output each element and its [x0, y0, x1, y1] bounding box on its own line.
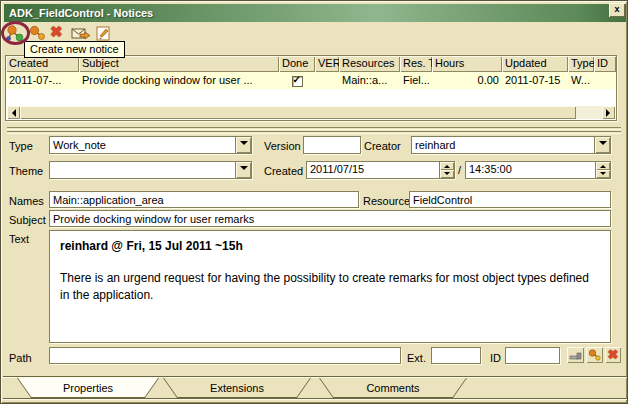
- delete-notice-icon: ✖: [50, 23, 63, 40]
- date-time-separator: /: [458, 164, 461, 176]
- tab-comments-label: Comments: [320, 378, 466, 397]
- cell-subject: Provide docking window for user ...: [79, 72, 279, 89]
- scroll-thumb[interactable]: [20, 106, 576, 119]
- theme-dropdown-button[interactable]: [235, 162, 251, 178]
- resource-input[interactable]: [409, 191, 611, 208]
- col-done[interactable]: Done: [279, 56, 315, 72]
- created-time-field[interactable]: 14:35:00: [465, 161, 611, 179]
- id-input[interactable]: [505, 347, 560, 364]
- created-time-value: 14:35:00: [466, 162, 595, 178]
- title-bar[interactable]: ADK_FieldControl - Notices: [4, 4, 626, 22]
- version-input[interactable]: [303, 136, 361, 154]
- type-combo[interactable]: Work_note: [49, 136, 252, 154]
- tab-extensions[interactable]: Extensions: [163, 378, 311, 398]
- col-resources[interactable]: Resources: [339, 56, 400, 72]
- arrow-left-icon: [8, 109, 16, 117]
- tab-bar-line: [3, 376, 627, 378]
- new-id-button[interactable]: [586, 347, 603, 363]
- apply-path-button[interactable]: [567, 347, 584, 363]
- created-date-value: 2011/07/15: [307, 162, 439, 178]
- text-label: Text: [9, 233, 29, 245]
- theme-label: Theme: [9, 165, 43, 177]
- creator-label: Creator: [364, 140, 401, 152]
- names-input[interactable]: [49, 191, 359, 208]
- close-button[interactable]: x: [609, 3, 625, 17]
- tab-comments[interactable]: Comments: [319, 378, 467, 398]
- cell-ver: [315, 72, 339, 89]
- col-id[interactable]: ID: [594, 56, 616, 72]
- arrow-down-icon: [600, 172, 606, 178]
- cell-resources: Main::a...: [339, 72, 400, 89]
- annotation-circle: [1, 21, 30, 45]
- check-icon: ✓: [293, 74, 301, 85]
- chevron-down-icon: [599, 141, 607, 149]
- table-hscrollbar[interactable]: [7, 106, 615, 119]
- tooltip: Create new notice: [24, 41, 125, 58]
- ext-label: Ext.: [407, 352, 426, 364]
- chevron-down-icon: [240, 141, 248, 149]
- date-spinner[interactable]: [439, 162, 454, 178]
- window-title: ADK_FieldControl - Notices: [9, 7, 153, 19]
- names-label: Names: [9, 195, 44, 207]
- spin-down-button[interactable]: [440, 170, 454, 178]
- creator-dropdown-button[interactable]: [594, 137, 610, 153]
- done-checkbox[interactable]: ✓: [292, 76, 303, 87]
- text-heading: reinhard @ Fri, 15 Jul 2011 ~15h: [60, 239, 600, 253]
- col-res-type[interactable]: Res. Type: [400, 56, 432, 72]
- spin-down-button[interactable]: [596, 170, 610, 178]
- splitter-groove[interactable]: [7, 131, 621, 134]
- created-label: Created: [264, 165, 303, 177]
- scroll-track[interactable]: [576, 106, 602, 119]
- col-type[interactable]: Type: [568, 56, 594, 72]
- chevron-down-icon: [240, 166, 248, 174]
- arrow-right-icon: [606, 109, 614, 117]
- text-editor[interactable]: reinhard @ Fri, 15 Jul 2011 ~15h There i…: [49, 230, 611, 343]
- col-hours[interactable]: Hours: [432, 56, 502, 72]
- creator-value: reinhard: [412, 139, 594, 151]
- theme-combo[interactable]: [49, 161, 252, 179]
- time-spinner[interactable]: [595, 162, 610, 178]
- tab-properties-label: Properties: [18, 378, 158, 397]
- col-ver[interactable]: VER: [315, 56, 339, 72]
- created-date-field[interactable]: 2011/07/15: [306, 161, 455, 179]
- id-label: ID: [490, 352, 501, 364]
- notices-window: ADK_FieldControl - Notices x ✖: [0, 0, 628, 404]
- type-label: Type: [9, 140, 33, 152]
- bottom-edge: [3, 398, 627, 400]
- creator-combo[interactable]: reinhard: [411, 136, 611, 154]
- cell-done: ✓: [279, 72, 315, 89]
- col-created[interactable]: Created: [6, 56, 79, 72]
- type-dropdown-button[interactable]: [235, 137, 251, 153]
- cell-type: W...: [568, 72, 594, 89]
- arrow-down-icon: [444, 172, 450, 178]
- scroll-right-button[interactable]: [602, 106, 615, 119]
- spin-up-button[interactable]: [440, 162, 454, 170]
- subject-label: Subject: [9, 214, 46, 226]
- version-label: Version: [264, 140, 301, 152]
- splitter-groove[interactable]: [7, 127, 621, 130]
- scroll-left-button[interactable]: [7, 106, 20, 119]
- clear-id-button[interactable]: ✖: [605, 347, 621, 363]
- tool-icon: [569, 350, 582, 361]
- col-subject[interactable]: Subject: [79, 56, 279, 72]
- spin-up-button[interactable]: [596, 162, 610, 170]
- path-input[interactable]: [49, 347, 401, 364]
- cell-created: 2011-07-...: [6, 72, 79, 89]
- cell-id: [594, 72, 616, 89]
- col-updated[interactable]: Updated: [502, 56, 568, 72]
- notice-ball-icon: [588, 349, 601, 361]
- subject-input[interactable]: [49, 210, 611, 227]
- arrow-up-icon: [600, 162, 606, 168]
- ext-input[interactable]: [431, 347, 481, 364]
- type-value: Work_note: [50, 139, 235, 151]
- tab-properties[interactable]: Properties: [17, 378, 159, 398]
- tab-extensions-label: Extensions: [164, 378, 310, 397]
- notices-table: Created Subject Done VER Resources Res. …: [5, 55, 617, 121]
- table-header: Created Subject Done VER Resources Res. …: [6, 56, 616, 72]
- cell-updated: 2011-07-15: [502, 72, 568, 89]
- resource-label: Resource: [363, 195, 410, 207]
- table-row[interactable]: 2011-07-... Provide docking window for u…: [6, 72, 616, 89]
- arrow-up-icon: [444, 162, 450, 168]
- cell-hours: 0.00: [432, 72, 502, 89]
- cell-res-type: Fiel...: [400, 72, 432, 89]
